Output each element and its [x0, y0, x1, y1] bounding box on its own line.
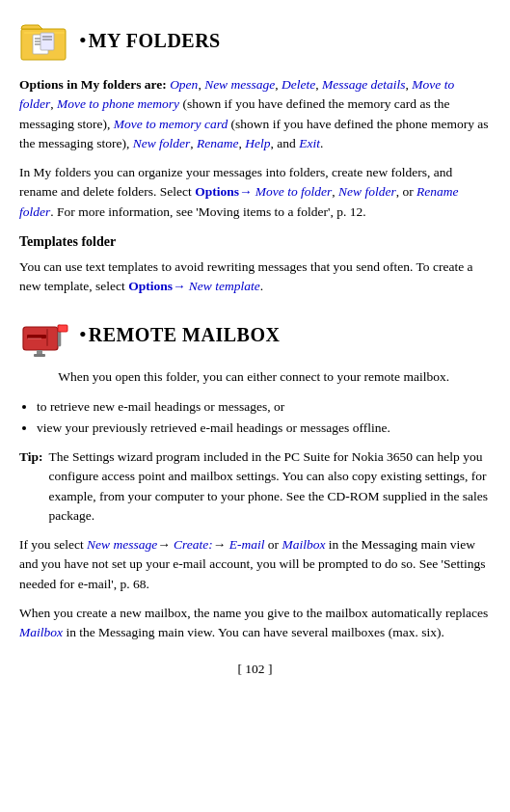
remote-mailbox-header: •REMOTE MAILBOX: [19, 310, 491, 360]
options-paragraph: Options in My folders are: Open, New mes…: [19, 75, 491, 153]
option-new-message: New message: [204, 77, 275, 92]
mailbox-replace-link: Mailbox: [19, 625, 63, 639]
bullet-item-1: to retrieve new e-mail headings or messa…: [37, 397, 491, 417]
svg-rect-10: [27, 335, 46, 338]
options-link-1: Options: [195, 184, 239, 199]
my-folders-header: •MY FOLDERS: [19, 15, 491, 66]
svg-rect-6: [40, 33, 54, 50]
option-rename: Rename: [197, 136, 238, 150]
my-folders-icon: [19, 15, 69, 66]
templates-paragraph: You can use text templates to avoid rewr…: [19, 257, 491, 297]
new-template-link: New template: [189, 279, 260, 293]
remote-mailbox-paragraph1: When you open this folder, you can eithe…: [19, 367, 491, 387]
bullet-dot-mailbox: •: [79, 322, 87, 346]
tip-block: Tip: The Settings wizard program include…: [19, 447, 491, 526]
option-message-details: Message details: [322, 77, 406, 92]
options-link-2: Options: [128, 279, 173, 293]
option-new-folder: New folder: [133, 136, 191, 150]
templates-folder-heading: Templates folder: [19, 231, 491, 252]
remote-mailbox-title-container: •REMOTE MAILBOX: [79, 319, 280, 350]
option-open: Open: [170, 77, 198, 92]
remote-mailbox-paragraph3: When you create a new mailbox, the name …: [19, 604, 491, 643]
create-link: Create:: [174, 537, 213, 552]
bullet-item-2: view your previously retrieved e-mail he…: [37, 419, 491, 438]
option-move-memory-card: Move to memory card: [114, 117, 228, 131]
svg-rect-12: [58, 325, 67, 332]
option-delete: Delete: [282, 77, 315, 92]
new-message-link: New message: [87, 537, 157, 552]
remote-mailbox-bullets: to retrieve new e-mail headings or messa…: [37, 397, 491, 439]
email-link: E-mail: [229, 537, 265, 552]
tip-label: Tip:: [19, 447, 43, 526]
svg-rect-15: [34, 354, 45, 357]
option-move-phone-memory: Move to phone memory: [57, 96, 179, 111]
option-help: Help: [245, 136, 270, 150]
svg-rect-13: [46, 329, 48, 346]
option-exit: Exit: [299, 136, 320, 150]
my-folders-paragraph2: In My folders you can organize your mess…: [19, 163, 491, 222]
mailbox-link: Mailbox: [282, 537, 325, 552]
my-folders-title: •MY FOLDERS: [79, 25, 221, 56]
remote-mailbox-paragraph2: If you select New message→ Create:→ E-ma…: [19, 535, 491, 594]
bullet-dot-folders: •: [79, 28, 87, 52]
page-number: [ 102 ]: [238, 662, 273, 676]
move-to-folder-link: Move to folder: [255, 184, 332, 199]
page-footer: [ 102 ]: [19, 660, 491, 679]
remote-mailbox-icon: [19, 310, 69, 360]
options-label: Options in My folders are:: [19, 77, 167, 92]
new-folder-link: New folder: [338, 184, 396, 199]
tip-text: The Settings wizard program included in …: [49, 447, 491, 526]
